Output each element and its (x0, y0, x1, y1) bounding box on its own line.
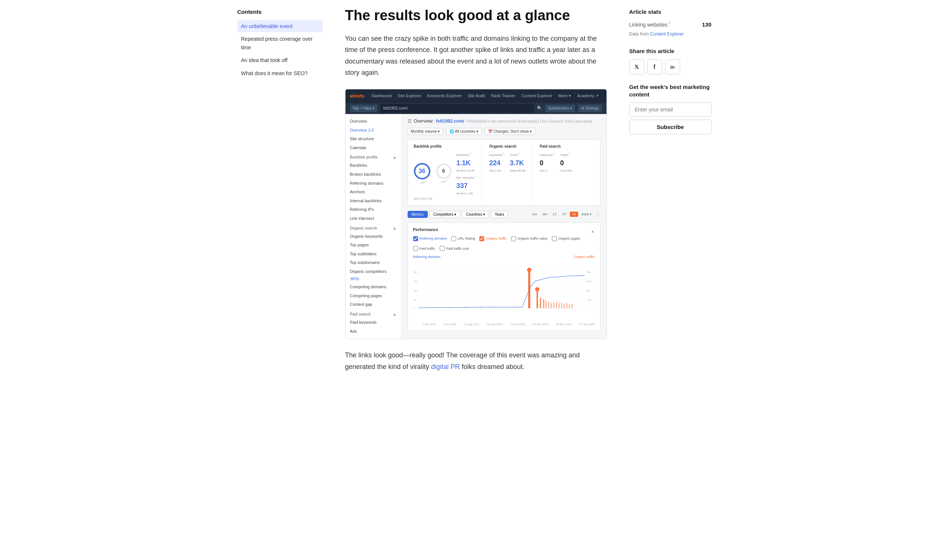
organic-search-section: Organic search ▲ (346, 223, 401, 232)
ah-broken-backlinks[interactable]: Broken backlinks (346, 170, 401, 179)
nav-academy[interactable]: Academy ↗ (574, 91, 601, 101)
ah-referring-domains[interactable]: Referring domains (346, 179, 401, 188)
legend-ur-checkbox[interactable] (451, 236, 456, 241)
sidebar-item-unbelievable-event[interactable]: An unbelievable event (237, 20, 323, 32)
ps-traffic-value: 0 (560, 158, 572, 169)
time-1m[interactable]: 1M (530, 212, 539, 217)
ah-top-pages[interactable]: Top pages (346, 241, 401, 250)
ah-competing-domains[interactable]: Competing domains (346, 283, 401, 292)
legend-otv-checkbox[interactable] (511, 236, 516, 241)
nav-dashboard[interactable]: Dashboard (369, 91, 394, 101)
svg-rect-23 (558, 303, 559, 308)
tab-countries[interactable]: Countries ▾ (462, 211, 489, 218)
svg-point-35 (449, 307, 450, 308)
time-1y[interactable]: 1Y (551, 212, 559, 217)
time-6m[interactable]: 6M (540, 212, 549, 217)
tab-metrics[interactable]: Metrics (408, 211, 428, 218)
legend-op-checkbox[interactable] (552, 236, 557, 241)
ah-sidebar-overview2[interactable]: Overview 2.0 (346, 126, 401, 135)
ah-sidebar-calendar[interactable]: Calendar (346, 143, 401, 152)
sidebar-item-repeated-press[interactable]: Repeated press coverage over time (237, 33, 323, 54)
nav-keywords-explorer[interactable]: Keywords Explorer (425, 91, 464, 101)
ah-paid-keywords[interactable]: Paid keywords (346, 318, 401, 327)
content-explorer-link[interactable]: Content Explorer (650, 31, 684, 37)
os-traffic-value-label: Value $4.6K (510, 169, 526, 174)
ah-organic-keywords[interactable]: Organic keywords (346, 232, 401, 241)
changes-filter[interactable]: 📅 Changes: Don't show ▾ (484, 128, 535, 135)
svg-rect-16 (540, 298, 541, 308)
legend-pt-checkbox[interactable] (413, 246, 418, 251)
ah-anchors[interactable]: Anchors (346, 188, 401, 197)
svg-rect-17 (543, 300, 544, 308)
svg-text:22.5K: 22.5K (586, 280, 591, 283)
settings-btn[interactable]: ⚙ Settings (578, 105, 602, 112)
digital-pr-link[interactable]: digital PR (431, 363, 460, 371)
ah-organic-competitors[interactable]: Organic competitors BETA (346, 267, 401, 283)
nav-site-audit[interactable]: Site Audit (465, 91, 488, 101)
ah-competing-pages[interactable]: Competing pages (346, 292, 401, 300)
svg-text:7.5K: 7.5K (587, 299, 592, 301)
legend-ptc-checkbox[interactable] (440, 246, 445, 251)
url-search-icon[interactable]: 🔍 (537, 105, 542, 112)
ah-ads[interactable]: Ads (346, 327, 401, 336)
ah-backlinks[interactable]: Backlinks (346, 161, 401, 170)
svg-text:190: 190 (414, 290, 417, 292)
legend-organic-traffic: Organic traffic (479, 236, 507, 241)
sidebar-item-what-does-it-mean[interactable]: What does it mean for SEO? (237, 67, 323, 79)
ahrefs-app: ahrefs Dashboard Site Explorer Keywords … (346, 89, 606, 339)
nav-more[interactable]: More ▾ (556, 91, 574, 101)
monthly-volume-filter[interactable]: Monthly volume ▾ (408, 128, 443, 135)
ah-referring-ips[interactable]: Referring IPs (346, 205, 401, 214)
svg-rect-27 (569, 304, 570, 308)
chart-header: Performance ▲ (413, 226, 595, 236)
ah-top-subfolders[interactable]: Top subfolders (346, 250, 401, 259)
backlink-profile-section: Backlink profile ▲ (346, 152, 401, 161)
ahrefs-left-panel: Overview Overview 2.0 Site structure Cal… (346, 114, 401, 339)
twitter-share-button[interactable]: 𝕏 (629, 60, 644, 74)
email-input[interactable] (629, 102, 712, 117)
sidebar-item-idea-took-off[interactable]: An idea that took off (237, 54, 323, 66)
svg-rect-24 (561, 303, 562, 308)
ah-top-subdomains[interactable]: Top subdomains (346, 258, 401, 267)
url-input[interactable]: fstl1992.com/ (380, 104, 534, 113)
article-body: You can see the crazy spike in both traf… (345, 33, 607, 78)
ahrefs-filters: Monthly volume ▾ 🌐 All countries ▾ 📅 Cha… (408, 128, 600, 135)
tab-years[interactable]: Years (491, 211, 508, 218)
ref-domains-value: 337 (457, 180, 475, 191)
time-daily[interactable]: Daily ▾ (579, 212, 594, 217)
backlinks-metric: Backlinks i 1.1K All time 11.4K (457, 152, 475, 173)
ah-content-gap[interactable]: Content gap (346, 300, 401, 309)
svg-rect-15 (536, 290, 538, 308)
facebook-share-button[interactable]: f (647, 60, 662, 74)
subdomains-btn[interactable]: Subdomains ▾ (545, 105, 575, 112)
chart-collapse-icon[interactable]: ▲ (591, 228, 595, 235)
ps-ads: Ads 0 (540, 169, 554, 174)
nav-rank-tracker[interactable]: Rank Tracker (488, 91, 518, 101)
ah-sidebar-site-structure[interactable]: Site structure (346, 135, 401, 143)
time-2y[interactable]: 2Y (560, 212, 569, 217)
collapse-icon-2[interactable]: ▲ (393, 225, 397, 231)
linkedin-share-button[interactable]: in (665, 60, 680, 74)
ah-link-intersect[interactable]: Link intersect (346, 214, 401, 223)
ahrefs-body: Overview Overview 2.0 Site structure Cal… (346, 114, 606, 339)
collapse-icon[interactable]: ▲ (393, 154, 397, 160)
share-title: Share this article (629, 47, 712, 56)
subscribe-button[interactable]: Subscribe (629, 120, 712, 134)
bp-dr-ur: 36 DR i 6 UR i (414, 152, 475, 196)
dr-circle: 36 (414, 163, 431, 180)
ah-sidebar-overview[interactable]: Overview (346, 117, 401, 126)
legend-rd-checkbox[interactable] (413, 236, 418, 241)
ah-internal-backlinks[interactable]: Internal backlinks (346, 197, 401, 206)
all-countries-filter[interactable]: 🌐 All countries ▾ (446, 128, 481, 135)
backlinks-all: All time 11.4K (457, 169, 475, 174)
nav-content-explorer[interactable]: Content Explorer (519, 91, 555, 101)
time-all[interactable]: All (570, 212, 578, 217)
legend-ot-checkbox[interactable] (479, 236, 484, 241)
collapse-icon-3[interactable]: ▲ (393, 311, 397, 317)
more-options-icon[interactable]: ⋮ (595, 210, 600, 218)
nav-site-explorer[interactable]: Site Explorer (395, 91, 424, 101)
svg-point-39 (503, 307, 504, 308)
tab-competitors[interactable]: Competitors ▾ (429, 211, 461, 218)
url-protocol[interactable]: http + https ▾ (350, 105, 378, 112)
share-buttons: 𝕏 f in (629, 60, 712, 74)
